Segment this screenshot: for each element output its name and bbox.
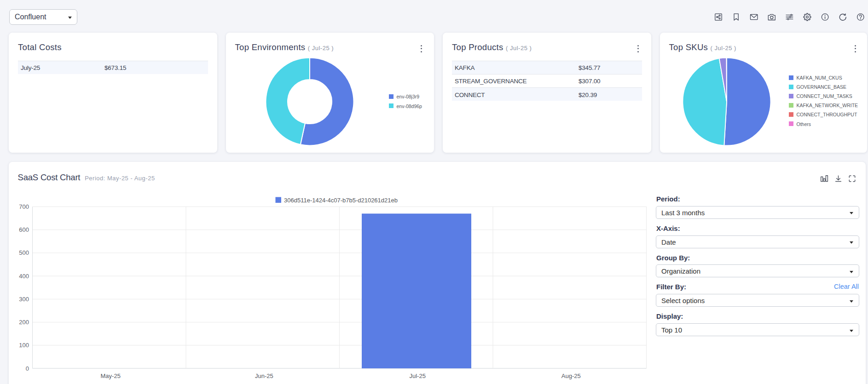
svg-text:Jul-25: Jul-25 (409, 373, 425, 379)
svg-text:Aug-25: Aug-25 (561, 373, 581, 379)
svg-text:500: 500 (19, 249, 29, 256)
svg-text:Jun-25: Jun-25 (255, 373, 273, 379)
svg-text:306d511e-1424-4c07-b7b5-d21026: 306d511e-1424-4c07-b7b5-d210261d21eb (284, 196, 398, 203)
svg-text:600: 600 (19, 226, 29, 233)
svg-text:May-25: May-25 (101, 373, 121, 379)
svg-text:200: 200 (19, 319, 29, 326)
svg-text:300: 300 (19, 295, 29, 302)
svg-text:700: 700 (19, 203, 29, 210)
svg-text:0: 0 (26, 365, 29, 372)
svg-text:100: 100 (19, 342, 29, 349)
svg-text:400: 400 (19, 272, 29, 279)
